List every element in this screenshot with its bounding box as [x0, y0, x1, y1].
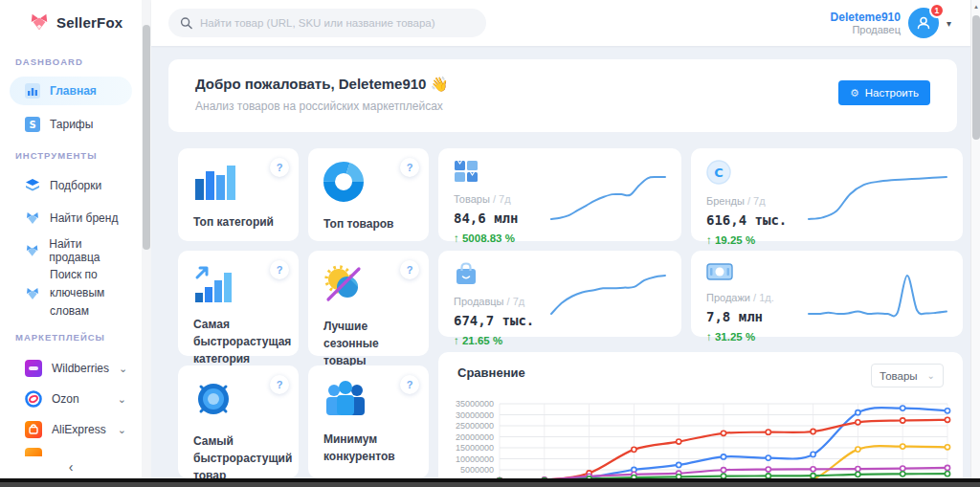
welcome-subtitle: Анализ товаров на российских маркетплейс…: [195, 100, 930, 113]
configure-button[interactable]: ⚙ Настроить: [838, 80, 930, 105]
topbar: Deleteme910 Продавец 1 ▾: [151, 0, 970, 46]
sidebar-item-home[interactable]: Главная: [10, 77, 132, 105]
sidebar-item-label: Найти бренд: [50, 211, 118, 225]
avatar[interactable]: 1: [908, 8, 939, 38]
stat-card-sellers[interactable]: Продавцы / 7д 674,7 тыс. ↑ 21.65 %: [438, 251, 681, 337]
layers-icon: [25, 178, 40, 193]
notification-badge[interactable]: 1: [929, 3, 945, 18]
tariff-icon: S: [25, 117, 40, 132]
svg-text:5000000: 5000000: [460, 465, 494, 475]
sidebar-item-label: Подборки: [50, 179, 101, 192]
welcome-title: Добро пожаловать, Deleteme910 👋: [195, 76, 930, 93]
person-icon: [915, 14, 932, 32]
sidebar-item-label: Поиск по ключевым словам: [50, 266, 124, 321]
stat-card-brands[interactable]: C Бренды / 7д 616,4 тыс. ↑ 19.25 %: [691, 148, 963, 241]
user-role: Продавец: [831, 24, 901, 35]
sidebar-scrollbar-thumb[interactable]: [143, 25, 150, 250]
page-scrollbar-thumb[interactable]: [972, 15, 980, 140]
wildberries-icon: [25, 360, 42, 377]
comparison-filter-value: Товары: [880, 370, 918, 382]
scroll-up-icon[interactable]: ▴: [971, 3, 980, 11]
sidebar-item-label: Ozon: [52, 392, 108, 406]
help-icon[interactable]: ?: [270, 375, 289, 394]
stat-change: ↑ 5008.83 %: [454, 232, 666, 244]
stat-card-sales[interactable]: Продажи / 1д. 7,8 млн ↑ 31.25 %: [691, 251, 963, 337]
page-scrollbar[interactable]: ▴: [970, 0, 980, 487]
svg-text:20000000: 20000000: [456, 432, 494, 442]
comparison-filter-select[interactable]: Товары ⌄: [871, 364, 944, 387]
chevron-down-icon[interactable]: ⌄: [118, 393, 126, 406]
card-fastest-growing-product[interactable]: ? Самый быстрорастущий товар: [178, 365, 299, 478]
app-logo[interactable]: SellerFox: [29, 11, 122, 33]
search-input[interactable]: [200, 17, 475, 29]
donut-chart-icon: [323, 162, 364, 202]
sparkline-chart: [806, 272, 949, 318]
card-min-competitors[interactable]: ? Минимум конкурентов: [308, 365, 429, 478]
card-top-products[interactable]: ? Топ товаров: [308, 148, 429, 241]
comparison-chart: 3500000030000000250000002000000015000000…: [448, 394, 953, 487]
welcome-title-text: Добро пожаловать, Deleteme910: [195, 76, 426, 92]
fox-logo-icon: [29, 11, 50, 33]
sidebar-item-aliexpress[interactable]: AliExpress ⌄: [10, 417, 136, 442]
search-icon: [180, 16, 192, 30]
svg-text:S: S: [29, 120, 35, 130]
brand-c-icon: C: [706, 160, 731, 185]
user-block[interactable]: Deleteme910 Продавец 1 ▾: [831, 6, 951, 40]
sidebar-item-wildberries[interactable]: Wildberries ⌄: [10, 356, 136, 381]
card-label: Самый быстрорастущий товар: [193, 432, 283, 484]
stat-change: ↑ 21.65 %: [454, 335, 666, 346]
home-chart-icon: [25, 83, 40, 99]
card-label: Топ категорий: [193, 213, 283, 231]
stat-card-products[interactable]: Товары / 7д 84,6 млн ↑ 5008.83 %: [438, 148, 681, 241]
user-name: Deleteme910: [831, 11, 901, 24]
user-menu-caret-icon[interactable]: ▾: [947, 18, 951, 29]
sparkline-chart: [548, 272, 668, 318]
search-box[interactable]: [168, 9, 486, 37]
comparison-card: Сравнение Товары ⌄ 350000003000000025000…: [438, 352, 963, 487]
card-label: Топ товаров: [323, 215, 413, 232]
help-icon[interactable]: ?: [400, 158, 419, 177]
configure-label: Настроить: [865, 87, 919, 99]
fox-blue-icon: [25, 286, 40, 301]
help-icon[interactable]: ?: [400, 375, 419, 394]
help-icon[interactable]: ?: [270, 260, 289, 279]
user-names: Deleteme910 Продавец: [831, 11, 901, 35]
sidebar-item-collections[interactable]: Подборки: [10, 172, 132, 199]
sidebar-item-label: AliExpress: [52, 423, 108, 436]
marketplace-partial-icon: [25, 448, 42, 456]
card-fastest-growing-category[interactable]: ? Самая быстрорастущая категория: [178, 251, 299, 356]
svg-text:25000000: 25000000: [456, 421, 494, 431]
stat-change: ↑ 31.25 %: [706, 331, 947, 343]
sidebar-item-find-brand[interactable]: Найти бренд: [10, 205, 132, 232]
fox-blue-icon: [25, 210, 40, 226]
bar-chart-icon: [193, 162, 235, 200]
sidebar-scrollbar[interactable]: [142, 0, 151, 487]
fox-blue-icon: [25, 243, 39, 258]
chevron-down-icon[interactable]: ⌄: [118, 424, 126, 436]
svg-text:35000000: 35000000: [456, 399, 494, 409]
svg-text:30000000: 30000000: [456, 410, 494, 420]
help-icon[interactable]: ?: [400, 260, 419, 279]
card-seasonal-products[interactable]: ? Лучшие сезонные товары: [308, 251, 429, 356]
section-dashboard: DASHBOARD: [15, 56, 83, 67]
sidebar-item-tariffs[interactable]: S Тарифы: [10, 111, 132, 138]
boxes-icon: [454, 160, 479, 183]
sidebar-item-keyword-search[interactable]: Поиск по ключевым словам: [10, 266, 136, 321]
card-label: Минимум конкурентов: [323, 431, 413, 465]
gear-icon: ⚙: [850, 87, 859, 100]
wave-emoji: 👋: [431, 76, 449, 92]
sidebar: SellerFox DASHBOARD Главная S Тарифы ИНС…: [0, 0, 142, 487]
help-icon[interactable]: ?: [270, 158, 289, 177]
sidebar-item-find-seller[interactable]: Найти продавца: [10, 237, 132, 264]
sidebar-item-label: Wildberries: [52, 362, 109, 375]
sparkline-chart: [806, 173, 949, 223]
stat-change: ↑ 19.25 %: [706, 234, 947, 246]
sidebar-item-ozon[interactable]: Ozon ⌄: [10, 387, 136, 411]
card-top-categories[interactable]: ? Топ категорий: [178, 148, 299, 241]
card-label: Самая быстрорастущая категория: [193, 316, 283, 367]
target-icon: [193, 379, 234, 419]
ozon-icon: [25, 390, 42, 408]
app-name: SellerFox: [56, 14, 122, 31]
chevron-down-icon[interactable]: ⌄: [119, 363, 127, 375]
sidebar-collapse-button[interactable]: ‹: [59, 459, 82, 478]
